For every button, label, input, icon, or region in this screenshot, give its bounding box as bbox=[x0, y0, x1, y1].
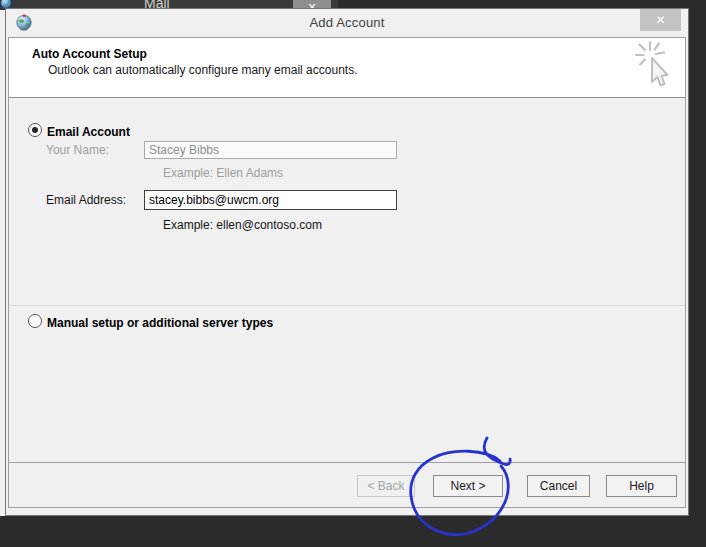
back-button: < Back bbox=[357, 475, 415, 497]
wizard-header-title: Auto Account Setup bbox=[32, 47, 147, 61]
manual-setup-radio[interactable] bbox=[28, 314, 42, 328]
section-divider bbox=[9, 305, 685, 306]
next-button[interactable]: Next > bbox=[433, 475, 503, 497]
add-account-dialog: Add Account ✕ Auto Account Setup Outlook… bbox=[5, 8, 689, 516]
dialog-title: Add Account bbox=[6, 15, 688, 30]
button-row-divider bbox=[9, 462, 685, 463]
cancel-button[interactable]: Cancel bbox=[527, 475, 590, 497]
email-account-radio-label[interactable]: Email Account bbox=[47, 125, 130, 139]
email-address-example: Example: ellen@contoso.com bbox=[163, 218, 322, 232]
your-name-example: Example: Ellen Adams bbox=[163, 166, 283, 180]
your-name-label: Your Name: bbox=[46, 143, 109, 157]
cursor-sparkle-icon bbox=[633, 40, 679, 96]
email-address-input[interactable] bbox=[144, 190, 397, 210]
help-button[interactable]: Help bbox=[606, 475, 677, 497]
wizard-header-subtitle: Outlook can automatically configure many… bbox=[48, 63, 358, 77]
close-icon[interactable]: ✕ bbox=[640, 9, 681, 31]
email-address-label: Email Address: bbox=[46, 193, 126, 207]
wizard-panel: Auto Account Setup Outlook can automatic… bbox=[8, 37, 686, 508]
your-name-input[interactable] bbox=[144, 141, 397, 159]
email-account-radio[interactable] bbox=[28, 123, 42, 137]
wizard-header: Auto Account Setup Outlook can automatic… bbox=[9, 38, 685, 98]
dialog-titlebar: Add Account ✕ bbox=[6, 9, 688, 37]
manual-setup-radio-label[interactable]: Manual setup or additional server types bbox=[47, 316, 273, 330]
